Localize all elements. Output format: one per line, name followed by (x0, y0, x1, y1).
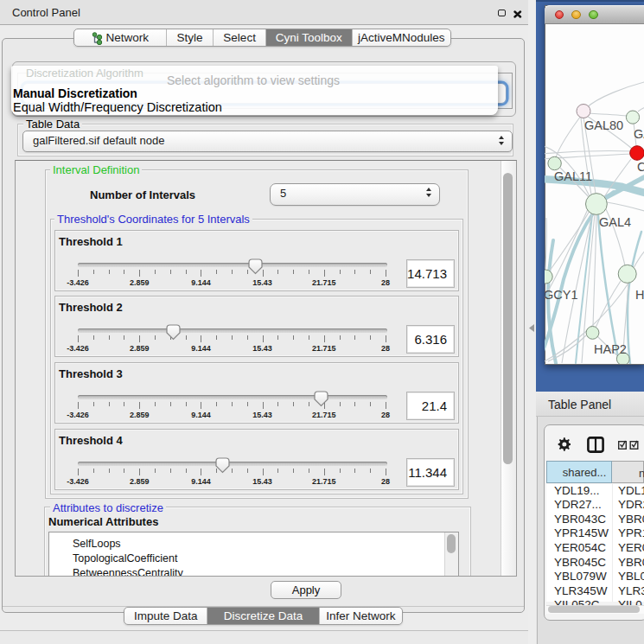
svg-text:GAL4: GAL4 (599, 215, 631, 229)
svg-text:GCY1: GCY1 (545, 288, 578, 302)
svg-text:GAL80: GAL80 (584, 118, 623, 132)
svg-text:HAP2: HAP2 (594, 342, 627, 356)
svg-text:GA: GA (634, 127, 644, 141)
svg-text:C: C (637, 160, 644, 174)
svg-text:H: H (635, 288, 644, 302)
svg-text:GAL11: GAL11 (554, 169, 592, 183)
